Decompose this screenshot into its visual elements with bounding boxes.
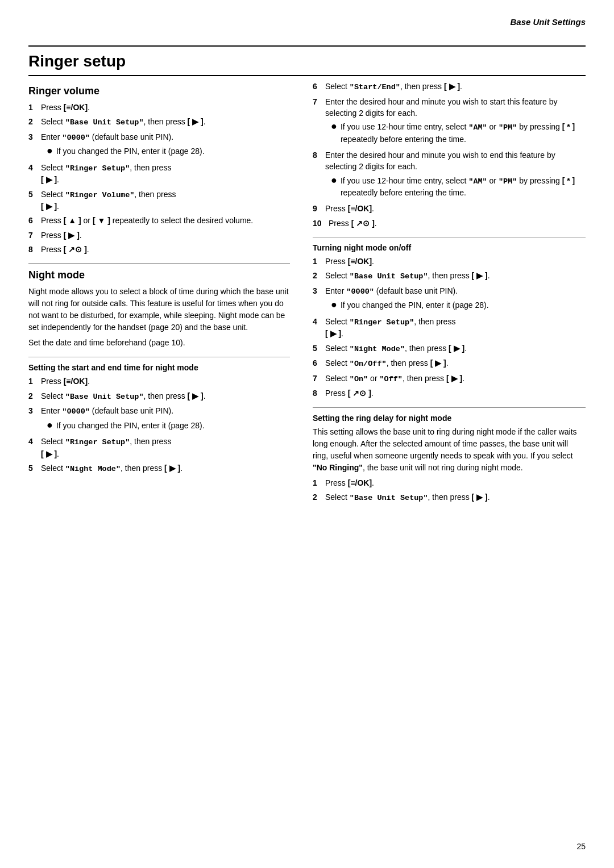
- right-column: 6 Select "Start/End", then press [ ▶ ]. …: [313, 81, 586, 506]
- tn-step-3: 3 Enter "0000" (default base unit PIN). …: [313, 285, 586, 313]
- rd-step-1: 1 Press [≡/OK].: [313, 477, 586, 489]
- r-step-10: 10 Press [ ↗⊙ ].: [313, 218, 586, 229]
- rd-step-2: 2 Select "Base Unit Setup", then press […: [313, 491, 586, 504]
- right-top-steps: 6 Select "Start/End", then press [ ▶ ]. …: [313, 81, 586, 215]
- rule-after-night-mode-body: [28, 357, 290, 357]
- se-step-1: 1 Press [≡/OK].: [28, 375, 290, 387]
- turning-title: Turning night mode on/off: [313, 243, 586, 252]
- rule-after-ringer-vol: [28, 263, 290, 264]
- night-mode-body1: Night mode allows you to select a block …: [28, 286, 290, 333]
- se-step-3: 3 Enter "0000" (default base unit PIN). …: [28, 405, 290, 433]
- r-step-9: 9 Press [≡/OK].: [313, 203, 586, 214]
- top-rule: [28, 45, 586, 47]
- page-container: Base Unit Settings Ringer setup Ringer v…: [0, 0, 614, 868]
- r-step-7: 7 Enter the desired hour and minute you …: [313, 96, 586, 147]
- r-step-8: 8 Enter the desired hour and minute you …: [313, 149, 586, 200]
- rule-turning: [313, 237, 586, 237]
- r-step-6: 6 Select "Start/End", then press [ ▶ ].: [313, 81, 586, 93]
- tn-step-8: 8 Press [ ↗⊙ ].: [313, 387, 586, 399]
- tn-step-4: 4 Select "Ringer Setup", then press[ ▶ ]…: [313, 316, 586, 340]
- tn-step-7: 7 Select "On" or "Off", then press [ ▶ ]…: [313, 373, 586, 385]
- start-end-steps: 1 Press [≡/OK]. 2 Select "Base Unit Setu…: [28, 375, 290, 474]
- section-header: Base Unit Settings: [510, 17, 586, 27]
- step-4: 4 Select "Ringer Setup", then press[ ▶ ]…: [28, 162, 290, 186]
- ringer-volume-steps: 1 Press [≡/OK]. 2 Select "Base Unit Setu…: [28, 102, 290, 255]
- rule-ring-delay: [313, 407, 586, 408]
- page-title: Ringer setup: [28, 52, 586, 70]
- night-mode-title: Night mode: [28, 269, 290, 281]
- se-step-5: 5 Select "Night Mode", then press [ ▶ ].: [28, 462, 290, 475]
- tn-step-1: 1 Press [≡/OK].: [313, 256, 586, 267]
- left-column: Ringer volume 1 Press [≡/OK]. 2 Select "…: [28, 81, 290, 506]
- two-col-layout: Ringer volume 1 Press [≡/OK]. 2 Select "…: [28, 81, 586, 506]
- turning-steps: 1 Press [≡/OK]. 2 Select "Base Unit Setu…: [313, 256, 586, 399]
- ring-delay-title: Setting the ring delay for night mode: [313, 414, 586, 423]
- ring-delay-body: This setting allows the base unit to rin…: [313, 426, 586, 474]
- night-mode-body2: Set the date and time beforehand (page 1…: [28, 337, 290, 349]
- page-number: 25: [576, 842, 586, 851]
- tn-step-2: 2 Select "Base Unit Setup", then press […: [313, 270, 586, 282]
- ring-delay-steps: 1 Press [≡/OK]. 2 Select "Base Unit Setu…: [313, 477, 586, 504]
- step-2: 2 Select "Base Unit Setup", then press […: [28, 116, 290, 128]
- step-8: 8 Press [ ↗⊙ ].: [28, 244, 290, 255]
- step-5: 5 Select "Ringer Volume", then press[ ▶ …: [28, 189, 290, 212]
- step-7: 7 Press [ ▶ ].: [28, 229, 290, 241]
- start-end-title: Setting the start and end time for night…: [28, 363, 290, 372]
- ringer-volume-title: Ringer volume: [28, 85, 290, 97]
- step-1: 1 Press [≡/OK].: [28, 102, 290, 113]
- step-3: 3 Enter "0000" (default base unit PIN). …: [28, 131, 290, 159]
- step-6: 6 Press [ ▲ ] or [ ▼ ] repeatedly to sel…: [28, 215, 290, 226]
- tn-step-6: 6 Select "On/Off", then press [ ▶ ].: [313, 357, 586, 370]
- title-rule: [28, 75, 586, 76]
- se-step-4: 4 Select "Ringer Setup", then press[ ▶ ]…: [28, 436, 290, 460]
- tn-step-5: 5 Select "Night Mode", then press [ ▶ ].: [313, 343, 586, 355]
- se-step-2: 2 Select "Base Unit Setup", then press […: [28, 390, 290, 403]
